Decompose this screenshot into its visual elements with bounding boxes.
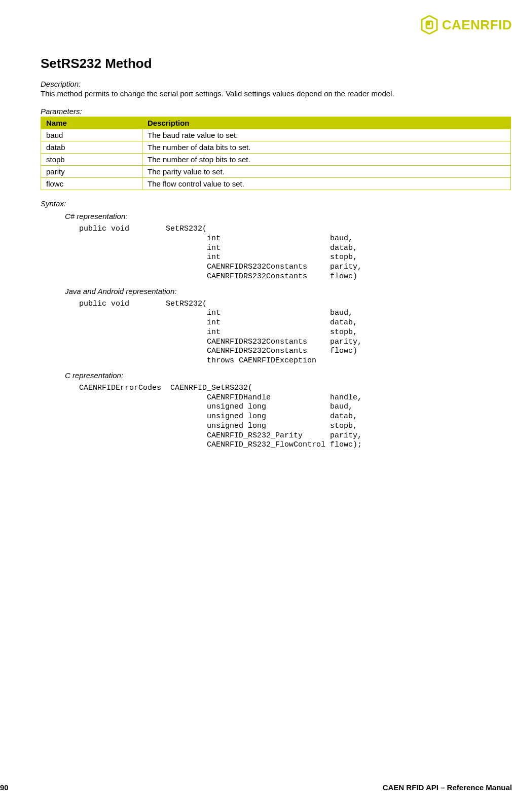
page-number: 90 — [0, 783, 9, 792]
csharp-label: C# representation: — [65, 212, 511, 220]
param-desc: The number of data bits to set. — [142, 141, 511, 154]
col-header-desc: Description — [142, 117, 511, 129]
table-row: baud The baud rate value to set. — [41, 129, 511, 141]
description-text: This method permits to change the serial… — [41, 89, 511, 98]
parameters-label: Parameters: — [41, 107, 511, 116]
page-title: SetRS232 Method — [41, 56, 511, 71]
col-header-name: Name — [41, 117, 142, 129]
parameters-table: Name Description baud The baud rate valu… — [41, 117, 511, 190]
param-name: baud — [41, 129, 142, 141]
param-desc: The number of stop bits to set. — [142, 154, 511, 166]
param-desc: The baud rate value to set. — [142, 129, 511, 141]
table-row: datab The number of data bits to set. — [41, 141, 511, 154]
brand-logo: CAENRFID — [421, 15, 512, 34]
table-row: stopb The number of stop bits to set. — [41, 154, 511, 166]
param-name: datab — [41, 141, 142, 154]
csharp-code: public void SetRS232( int baud, int data… — [79, 225, 511, 282]
svg-rect-2 — [426, 21, 430, 25]
java-label: Java and Android representation: — [65, 287, 511, 296]
param-name: parity — [41, 166, 142, 178]
param-name: stopb — [41, 154, 142, 166]
page-content: SetRS232 Method Description: This method… — [41, 15, 511, 450]
c-label: C representation: — [65, 371, 511, 380]
param-desc: The parity value to set. — [142, 166, 511, 178]
page-footer: 90 CAEN RFID API – Reference Manual — [0, 783, 512, 792]
table-header-row: Name Description — [41, 117, 511, 129]
table-row: flowc The flow control value to set. — [41, 178, 511, 190]
logo-icon — [421, 15, 438, 34]
param-desc: The flow control value to set. — [142, 178, 511, 190]
brand-name: CAENRFID — [442, 17, 512, 33]
syntax-block: C# representation: public void SetRS232(… — [65, 212, 511, 450]
syntax-label: Syntax: — [41, 199, 511, 208]
param-name: flowc — [41, 178, 142, 190]
c-code: CAENRFIDErrorCodes CAENRFID_SetRS232( CA… — [79, 384, 511, 450]
description-label: Description: — [41, 80, 511, 88]
footer-title: CAEN RFID API – Reference Manual — [383, 783, 512, 792]
table-row: parity The parity value to set. — [41, 166, 511, 178]
java-code: public void SetRS232( int baud, int data… — [79, 300, 511, 366]
